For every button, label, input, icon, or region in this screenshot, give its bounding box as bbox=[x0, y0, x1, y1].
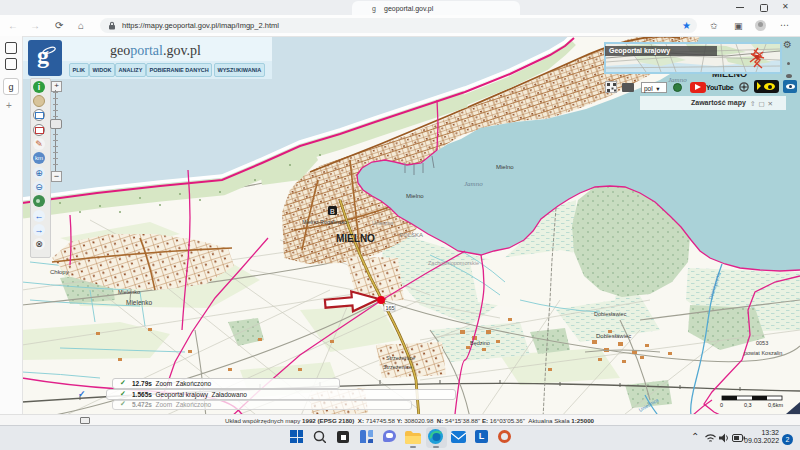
svg-text:0053: 0053 bbox=[756, 340, 768, 346]
svg-text:Unieszno: Unieszno bbox=[372, 220, 393, 226]
svg-text:Dobiesławiec: Dobiesławiec bbox=[596, 333, 631, 339]
svg-text:Mielenko: Mielenko bbox=[118, 289, 140, 295]
svg-text:Zachodniopomorskie: Zachodniopomorskie bbox=[428, 260, 479, 266]
svg-text:powiat Koszalin: powiat Koszalin bbox=[744, 350, 782, 356]
svg-text:Strzeżenice: Strzeżenice bbox=[383, 364, 412, 370]
svg-text:MIELNO: MIELNO bbox=[336, 233, 375, 244]
svg-text:Strzeżenice: Strzeżenice bbox=[386, 355, 415, 361]
svg-text:POLSKA: POLSKA bbox=[399, 232, 423, 238]
svg-text:Mielno: Mielno bbox=[406, 193, 424, 199]
svg-text:0,3: 0,3 bbox=[744, 402, 752, 408]
svg-text:Mielno: Mielno bbox=[496, 164, 514, 170]
svg-text:0,6km: 0,6km bbox=[768, 402, 783, 408]
svg-text:Będzino: Będzino bbox=[470, 340, 490, 346]
svg-text:Jamno: Jamno bbox=[464, 180, 483, 188]
svg-text:Dobiesławiec: Dobiesławiec bbox=[594, 311, 627, 317]
svg-text:Mielenko: Mielenko bbox=[126, 299, 152, 306]
svg-text:Mielno-Rogalinsko: Mielno-Rogalinsko bbox=[302, 219, 347, 225]
svg-text:0: 0 bbox=[720, 402, 723, 408]
svg-text:165: 165 bbox=[386, 305, 395, 311]
svg-text:B: B bbox=[330, 208, 335, 215]
svg-text:Chłopy: Chłopy bbox=[50, 269, 69, 275]
